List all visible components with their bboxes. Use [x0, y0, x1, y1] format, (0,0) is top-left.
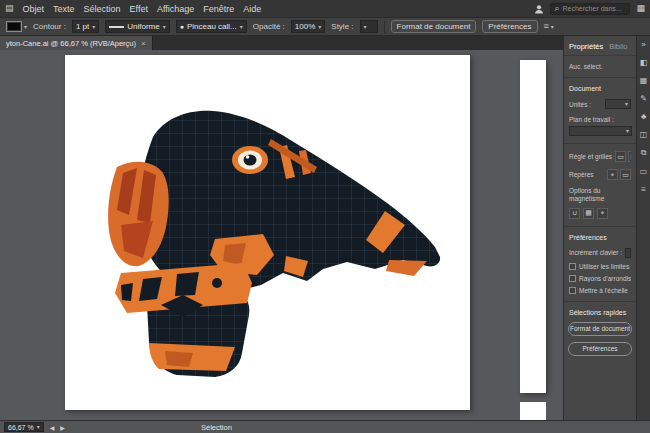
- more-options-dropdown[interactable]: ≡ ▾: [544, 22, 554, 31]
- app-menu-icon[interactable]: ▤: [5, 4, 14, 13]
- search-icon: ⌕: [554, 4, 559, 13]
- layers-panel-icon[interactable]: ⧉: [641, 148, 647, 158]
- opacity-value: 100%: [295, 22, 315, 31]
- color-panel-icon[interactable]: ◧: [640, 58, 648, 67]
- properties-panel-tabs: Propriétés Biblio: [564, 36, 636, 56]
- keyboard-increment-input[interactable]: [625, 248, 631, 258]
- grid-icon[interactable]: ▦: [628, 151, 631, 162]
- dog-eye: [232, 146, 268, 174]
- previous-artboard-icon[interactable]: ◀: [50, 424, 55, 431]
- menu-affichage[interactable]: Affichage: [157, 4, 194, 14]
- workspace-switcher-icon[interactable]: ▦: [636, 4, 645, 13]
- guides-icon[interactable]: ⌖: [607, 169, 618, 180]
- caret-down-icon: ▾: [92, 24, 95, 30]
- canvas-pasteboard[interactable]: [0, 50, 563, 420]
- stroke-weight-dropdown[interactable]: 1 pt ▾: [72, 20, 99, 33]
- contour-label: Contour :: [33, 22, 66, 31]
- caret-down-icon: ▾: [318, 24, 321, 30]
- menu-texte[interactable]: Texte: [53, 4, 75, 14]
- transparency-panel-icon[interactable]: ◫: [640, 130, 648, 139]
- zoom-level-value: 66,67 %: [8, 424, 34, 431]
- caret-down-icon: ▾: [364, 24, 367, 30]
- selection-status: Auc. sélect.: [569, 63, 631, 70]
- preferences-section-header: Préférences: [569, 234, 631, 241]
- dog-illustration: [65, 55, 470, 410]
- document-tab[interactable]: yton-Cane.ai @ 66,67 % (RVB/Aperçu) ×: [0, 36, 153, 50]
- snap-grid-icon[interactable]: ▦: [583, 208, 594, 219]
- search-input[interactable]: ⌕ Rechercher dans...: [550, 3, 630, 15]
- options-icon: ≡: [544, 22, 549, 31]
- artboards-panel-icon[interactable]: ▭: [640, 167, 648, 176]
- checkbox-scale-corners[interactable]: Rayons d'arrondis: [569, 275, 631, 282]
- document-section-header: Document: [569, 85, 631, 92]
- next-artboard-icon[interactable]: ▶: [60, 424, 65, 431]
- snap-options-label: Options du magnétisme: [569, 187, 631, 204]
- width-profile-value: Uniforme: [127, 22, 159, 31]
- quick-action-document-setup[interactable]: Format de document: [568, 322, 632, 336]
- caret-down-icon: ▾: [625, 101, 628, 107]
- rulers-grids-label: Règle et grilles: [569, 153, 612, 160]
- caret-down-icon: ▾: [626, 128, 629, 134]
- brush-definition-value: Pinceau call...: [187, 22, 237, 31]
- control-bar: ▾ Contour : 1 pt ▾ Uniforme ▾ ● Pinceau …: [0, 18, 650, 36]
- menu-effet[interactable]: Effet: [130, 4, 148, 14]
- ruler-icon[interactable]: ▭: [615, 151, 626, 162]
- checkbox-icon: [569, 275, 576, 282]
- snap-magnet-icon[interactable]: ∪: [569, 208, 580, 219]
- menu-objet[interactable]: Objet: [23, 4, 45, 14]
- caret-down-icon: ▾: [163, 24, 166, 30]
- artboard-dropdown[interactable]: ▾: [569, 126, 632, 136]
- close-icon[interactable]: ×: [141, 39, 146, 48]
- user-account-icon[interactable]: [534, 4, 544, 14]
- checkbox-scale-strokes[interactable]: Mettre à l'échelle: [569, 287, 631, 294]
- lock-guides-icon[interactable]: ▭: [620, 169, 631, 180]
- checkbox-preview-bounds[interactable]: Utiliser les limites: [569, 263, 631, 270]
- width-profile-dropdown[interactable]: Uniforme ▾: [105, 20, 169, 33]
- menu-fenetre[interactable]: Fenêtre: [203, 4, 234, 14]
- artboard-label: Plan de travail :: [569, 116, 614, 123]
- align-panel-icon[interactable]: ≡: [641, 185, 646, 194]
- document-tab-bar: yton-Cane.ai @ 66,67 % (RVB/Aperçu) ×: [0, 36, 563, 50]
- status-bar: 66,67 % ▾ ◀ ▶ Sélection: [0, 420, 650, 433]
- brushes-panel-icon[interactable]: ✎: [640, 94, 647, 103]
- artboard-1[interactable]: [65, 55, 470, 410]
- checkbox-icon: [569, 287, 576, 294]
- menubar-right-cluster: ⌕ Rechercher dans... ▦: [534, 3, 645, 15]
- units-label: Unités :: [569, 101, 591, 108]
- caret-down-icon: ▾: [551, 24, 554, 30]
- stroke-weight-value: 1 pt: [76, 22, 89, 31]
- style-label: Style :: [331, 22, 353, 31]
- brush-definition-dropdown[interactable]: ● Pinceau call... ▾: [176, 20, 247, 33]
- menu-bar: ▤ Objet Texte Sélection Effet Affichage …: [0, 0, 650, 18]
- swatches-panel-icon[interactable]: ▦: [640, 76, 648, 85]
- snap-point-icon[interactable]: ⌖: [597, 208, 608, 219]
- collapse-panels-icon[interactable]: »: [641, 40, 645, 49]
- tab-bibliotheques[interactable]: Biblio: [609, 42, 627, 51]
- divider: [564, 226, 636, 227]
- brush-dot-icon: ●: [180, 23, 184, 30]
- quick-actions-header: Sélections rapides: [569, 309, 631, 316]
- panel-icon-strip: » ◧ ▦ ✎ ♣ ◫ ⧉ ▭ ≡: [636, 36, 650, 420]
- menu-aide[interactable]: Aide: [243, 4, 261, 14]
- artboard-3[interactable]: [520, 402, 546, 420]
- menu-selection[interactable]: Sélection: [84, 4, 121, 14]
- properties-panel: Propriétés Biblio Auc. sélect. Document …: [563, 36, 636, 420]
- caret-down-icon: ▾: [37, 424, 40, 430]
- quick-action-preferences[interactable]: Préférences: [568, 342, 632, 356]
- document-setup-button[interactable]: Format de document: [391, 20, 477, 33]
- guides-label: Repères: [569, 171, 594, 178]
- caret-down-icon: ▾: [240, 24, 243, 30]
- artboard-2[interactable]: [520, 60, 546, 393]
- stroke-color-swatch[interactable]: ▾: [6, 21, 27, 32]
- opacity-dropdown[interactable]: 100% ▾: [291, 20, 325, 33]
- keyboard-increment-label: Incrément clavier :: [569, 249, 622, 256]
- graphic-style-dropdown[interactable]: ▾: [360, 20, 378, 33]
- preferences-button[interactable]: Préférences: [482, 20, 537, 33]
- zoom-level-dropdown[interactable]: 66,67 % ▾: [4, 422, 44, 432]
- symbols-panel-icon[interactable]: ♣: [641, 112, 646, 121]
- uniform-profile-icon: [109, 26, 124, 28]
- stroke-color-icon: [6, 21, 22, 32]
- tab-proprietes[interactable]: Propriétés: [569, 42, 603, 51]
- divider: [564, 77, 636, 78]
- units-dropdown[interactable]: ▾: [605, 99, 631, 109]
